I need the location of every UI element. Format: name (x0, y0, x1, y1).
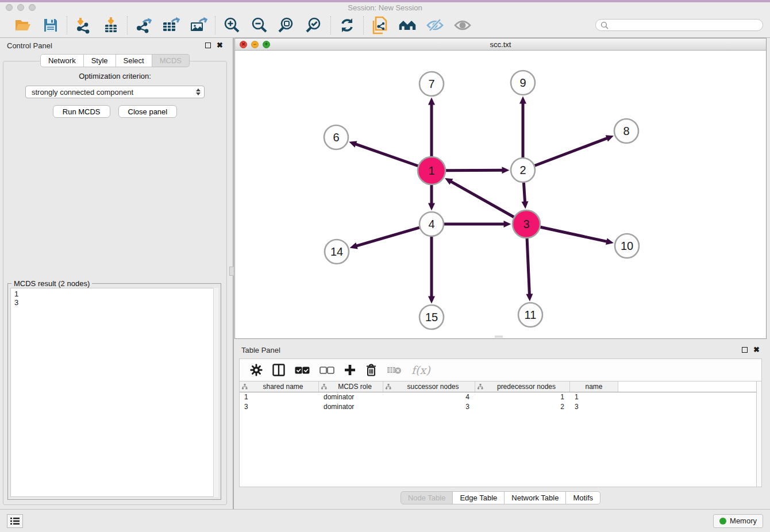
split-columns-icon[interactable] (272, 364, 285, 376)
close-panel-button[interactable]: Close panel (118, 105, 178, 118)
memory-button[interactable]: Memory (713, 514, 763, 528)
cell-successor-nodes[interactable]: 4 (383, 392, 475, 402)
tab-select[interactable]: Select (116, 54, 152, 67)
tab-node-table[interactable]: Node Table (401, 491, 453, 504)
mcds-result-title: MCDS result (2 nodes) (11, 279, 92, 288)
mcds-panel-body: Optimization criterion: strongly connect… (3, 61, 227, 505)
cell-MCDS-role[interactable]: dominator (319, 392, 383, 402)
float-panel-icon[interactable] (205, 43, 211, 48)
cell-predecessor-nodes[interactable]: 2 (475, 402, 570, 412)
canvas-grip[interactable] (495, 336, 503, 338)
control-panel-tabs: NetworkStyleSelectMCDS (0, 54, 230, 67)
search-box[interactable] (595, 19, 763, 31)
save-session-icon[interactable] (41, 16, 60, 34)
select-all-checks-icon[interactable] (295, 367, 310, 374)
cell-shared-name[interactable]: 1 (240, 392, 319, 402)
float-table-panel-icon[interactable] (742, 347, 748, 353)
cell-name[interactable]: 3 (570, 402, 618, 412)
show-all-icon[interactable] (453, 16, 472, 34)
network-canvas[interactable]: 1234678910111415 (235, 51, 766, 338)
column-header-predecessor-nodes[interactable]: predecessor nodes (475, 381, 570, 392)
node-label-15: 15 (425, 311, 438, 323)
application-window: Session: New Session (0, 0, 770, 532)
edge-2-3[interactable] (523, 183, 525, 203)
tab-edge-table[interactable]: Edge Table (453, 491, 505, 504)
export-network-icon[interactable] (134, 16, 153, 34)
arrowhead-1-4 (428, 203, 435, 211)
hide-selected-icon[interactable] (426, 16, 444, 34)
import-network-icon[interactable] (74, 16, 93, 34)
table-row[interactable]: 1dominator411 (240, 392, 761, 402)
edge-3-10[interactable] (540, 227, 607, 241)
tab-network-table[interactable]: Network Table (505, 491, 566, 504)
edge-1-6[interactable] (355, 144, 418, 165)
cell-predecessor-nodes[interactable]: 1 (475, 392, 570, 402)
edge-3-1[interactable] (451, 181, 514, 217)
result-scrollbar[interactable] (213, 288, 218, 497)
delete-column-icon[interactable] (365, 364, 377, 376)
main-toolbar (0, 13, 770, 38)
table-panel: Table Panel ✖ (234, 342, 767, 509)
tab-network[interactable]: Network (40, 54, 84, 67)
run-mcds-button[interactable]: Run MCDS (53, 105, 110, 118)
network-window-titlebar[interactable]: ✕ − + scc.txt (235, 38, 766, 51)
column-header-shared-name[interactable]: shared name (240, 381, 319, 392)
criterion-select[interactable]: strongly connected component (25, 86, 205, 98)
node-label-1: 1 (428, 164, 434, 177)
control-panel: Control Panel ✖ NetworkStyleSelectMCDS O… (0, 38, 230, 509)
open-session-icon[interactable] (14, 16, 32, 34)
table-toolbar: f(x) (239, 358, 762, 381)
close-table-panel-icon[interactable]: ✖ (753, 347, 760, 353)
network-graph[interactable]: 1234678910111415 (235, 51, 766, 338)
zoom-selected-icon[interactable] (305, 16, 324, 34)
column-header-name[interactable]: name (570, 381, 618, 392)
edge-2-8[interactable] (535, 138, 608, 165)
edge-4-14[interactable] (356, 228, 419, 246)
mcds-result-text[interactable]: 1 3 (10, 288, 218, 497)
close-panel-icon[interactable]: ✖ (217, 43, 223, 48)
tab-style[interactable]: Style (84, 54, 116, 67)
cell-MCDS-role[interactable]: dominator (319, 402, 383, 412)
add-column-icon[interactable] (344, 364, 356, 376)
deselect-checks-icon[interactable] (319, 367, 334, 374)
gear-icon[interactable] (250, 364, 263, 376)
export-image-icon[interactable] (190, 16, 208, 34)
mcds-result-group: MCDS result (2 nodes) 1 3 (7, 283, 221, 500)
zoom-fit-icon[interactable] (278, 16, 296, 34)
function-builder-icon[interactable]: f(x) (411, 364, 430, 376)
edge-1-2[interactable] (446, 170, 503, 171)
delete-table-icon[interactable] (387, 365, 402, 375)
node-label-10: 10 (621, 240, 633, 252)
arrowhead-4-15 (428, 296, 435, 304)
cell-successor-nodes[interactable]: 3 (383, 402, 475, 412)
table-header-row: shared nameMCDS rolesuccessor nodesprede… (240, 381, 761, 392)
status-bar: Memory (0, 509, 770, 532)
import-table-icon[interactable] (102, 16, 120, 34)
table-row[interactable]: 3dominator323 (240, 402, 761, 412)
optimization-criterion-label: Optimization criterion: (3, 72, 226, 80)
task-history-button[interactable] (7, 514, 23, 528)
edge-3-11[interactable] (527, 238, 529, 295)
cell-name[interactable]: 1 (570, 392, 618, 402)
export-table-icon[interactable] (162, 16, 180, 34)
cell-shared-name[interactable]: 3 (240, 402, 319, 412)
tab-motifs[interactable]: Motifs (566, 491, 600, 504)
table-panel-title: Table Panel (241, 346, 280, 354)
refresh-icon[interactable] (338, 16, 356, 34)
node-label-9: 9 (519, 76, 526, 89)
zoom-out-icon[interactable] (250, 16, 268, 34)
column-header-MCDS-role[interactable]: MCDS role (319, 381, 383, 392)
app-titlebar: Session: New Session (0, 2, 770, 13)
table-panel-tabs: Node TableEdge TableNetwork TableMotifs (401, 491, 600, 504)
column-header-successor-nodes[interactable]: successor nodes (383, 381, 475, 392)
search-input[interactable] (609, 21, 758, 29)
table-scrollbar[interactable] (756, 381, 761, 487)
zoom-in-icon[interactable] (222, 16, 241, 34)
home-neighbors-icon[interactable] (398, 16, 417, 34)
tab-mcds[interactable]: MCDS (152, 54, 190, 67)
memory-label: Memory (730, 516, 757, 525)
node-label-6: 6 (333, 131, 339, 144)
panel-divider-handle[interactable] (229, 267, 234, 276)
node-table: shared nameMCDS rolesuccessor nodesprede… (239, 381, 762, 487)
copy-network-icon[interactable] (371, 16, 389, 34)
